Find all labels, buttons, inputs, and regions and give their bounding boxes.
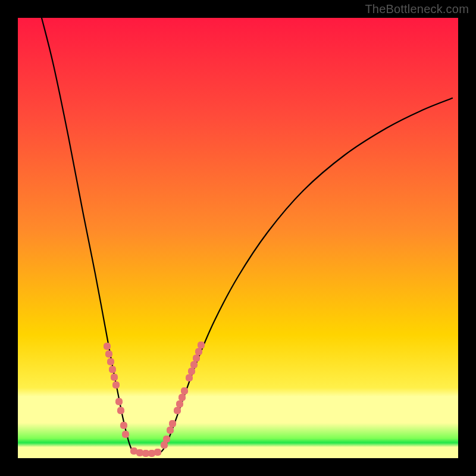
curve-marker: [186, 374, 193, 381]
curve-marker: [169, 420, 176, 427]
curve-marker: [174, 407, 181, 414]
bottleneck-curve: [42, 18, 452, 453]
curve-marker: [104, 343, 111, 350]
watermark-text: TheBottleneck.com: [365, 2, 469, 16]
curve-marker: [112, 381, 120, 389]
curve-marker: [193, 355, 200, 362]
curve-marker: [198, 342, 205, 349]
curve-marker: [109, 366, 116, 373]
curve-marker: [107, 358, 114, 365]
curve-marker: [163, 436, 170, 443]
curve-marker: [154, 449, 161, 456]
curve-marker: [195, 348, 202, 355]
curve-marker: [117, 407, 124, 414]
curve-marker: [105, 350, 112, 358]
curve-marker: [188, 368, 195, 375]
curve-marker: [178, 394, 186, 401]
curve-marker: [181, 387, 188, 394]
curve-marker: [120, 422, 127, 429]
marker-group: [104, 342, 205, 457]
curve-marker: [115, 398, 123, 405]
chart-stage: TheBottleneck.com: [0, 0, 476, 476]
curve-marker: [122, 431, 129, 438]
curve-marker: [111, 374, 118, 381]
curve-marker: [167, 427, 174, 434]
curve-layer: [18, 18, 458, 458]
curve-marker: [176, 400, 183, 408]
plot-area: [18, 18, 458, 458]
curve-marker: [190, 361, 198, 368]
